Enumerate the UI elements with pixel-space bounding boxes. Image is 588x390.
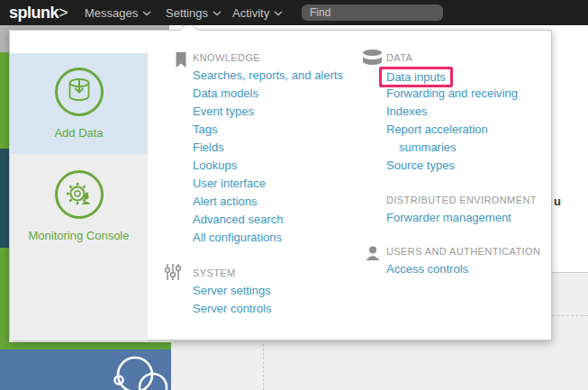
chevron-down-icon — [142, 11, 151, 16]
link-all-configurations[interactable]: All configurations — [193, 231, 282, 244]
splunk-logo-text: splunk — [9, 4, 59, 22]
topbar-menu-activity[interactable]: Activity — [232, 0, 283, 25]
list-item: Alert actions — [193, 193, 343, 211]
link-event-types[interactable]: Event types — [193, 104, 254, 118]
link-forwarder-management[interactable]: Forwarder management — [386, 211, 511, 224]
monitoring-console-icon — [53, 168, 105, 221]
background-dashed-line-vertical — [263, 344, 264, 390]
list-item: Source types — [386, 157, 535, 175]
list-item: Access controls — [386, 260, 468, 278]
splunk-logo-caret: > — [59, 4, 68, 22]
link-data-inputs[interactable]: Data inputs — [386, 70, 446, 84]
topbar-menu-settings[interactable]: Settings — [166, 0, 222, 25]
list-item: Tags — [193, 121, 343, 139]
system-section-header: SYSTEM — [193, 266, 236, 280]
list-item: Data models — [193, 85, 343, 103]
link-data-models[interactable]: Data models — [193, 86, 258, 100]
background-truncated-text: u — [554, 195, 561, 208]
link-user-interface[interactable]: User interface — [193, 177, 266, 190]
list-item: Advanced search — [193, 211, 343, 229]
list-item: Lookups — [193, 157, 343, 175]
monitoring-console-tile[interactable]: Monitoring Console — [10, 156, 148, 257]
background-left-edge-green2 — [0, 248, 9, 347]
link-indexes[interactable]: Indexes — [386, 104, 428, 118]
circles-illustration-icon — [101, 355, 171, 390]
monitoring-console-label: Monitoring Console — [28, 229, 129, 242]
menu-activity-label: Activity — [232, 6, 269, 20]
data-links-list: Data inputs Forwarding and receiving Ind… — [386, 67, 535, 175]
database-icon — [362, 49, 383, 67]
list-item: Fields — [193, 139, 343, 157]
user-icon — [365, 245, 381, 261]
system-links-list: Server settings Server controls — [193, 282, 271, 318]
list-item: Event types — [193, 103, 343, 121]
users-links-list: Access controls — [386, 260, 468, 278]
link-fields[interactable]: Fields — [193, 141, 224, 154]
knowledge-links-list: Searches, reports, and alerts Data model… — [193, 67, 343, 247]
chevron-down-icon — [274, 11, 283, 16]
bookmark-icon — [175, 51, 187, 68]
background-left-edge-green — [0, 52, 9, 149]
splunk-app-window: u splunk> Messages Settings Activity — [0, 0, 588, 390]
link-advanced-search[interactable]: Advanced search — [193, 213, 283, 226]
list-item: Data inputs — [386, 67, 535, 85]
users-section-header: USERS AND AUTHENTICATION — [386, 244, 540, 258]
list-item: Forwarder management — [386, 209, 511, 227]
link-forwarding-receiving[interactable]: Forwarding and receiving — [386, 86, 518, 100]
add-data-icon — [53, 66, 105, 118]
list-item: All configurations — [193, 229, 343, 247]
menu-messages-label: Messages — [85, 6, 138, 20]
link-tags[interactable]: Tags — [193, 122, 217, 136]
background-left-edge-gray — [0, 25, 9, 52]
link-access-controls[interactable]: Access controls — [386, 262, 468, 276]
link-searches-reports-alerts[interactable]: Searches, reports, and alerts — [193, 68, 343, 82]
link-server-controls[interactable]: Server controls — [193, 302, 271, 315]
distributed-section-header: DISTRIBUTED ENVIRONMENT — [386, 193, 537, 207]
sliders-icon — [164, 263, 182, 281]
link-report-acceleration-summaries[interactable]: Report acceleration summaries — [386, 122, 488, 154]
add-data-label: Add Data — [54, 126, 103, 140]
link-lookups[interactable]: Lookups — [193, 159, 237, 172]
chevron-down-icon — [213, 11, 222, 16]
background-bottom-area — [171, 340, 588, 390]
settings-dropdown-panel: Add Data — [9, 30, 552, 340]
menu-settings-label: Settings — [166, 6, 208, 20]
background-right-area — [552, 272, 588, 390]
list-item: User interface — [193, 175, 343, 193]
link-source-types[interactable]: Source types — [386, 159, 455, 172]
list-item: Forwarding and receiving — [386, 85, 535, 103]
data-section-header: DATA — [386, 50, 412, 65]
find-input[interactable] — [302, 5, 443, 21]
list-item: Report acceleration summaries — [386, 121, 535, 157]
background-dashed-line-horizontal — [552, 315, 588, 316]
list-item: Server settings — [193, 282, 271, 300]
link-alert-actions[interactable]: Alert actions — [193, 195, 258, 208]
settings-tiles-column: Add Data — [10, 53, 148, 340]
background-illustration-block — [0, 349, 171, 390]
list-item: Server controls — [193, 300, 271, 318]
distributed-links-list: Forwarder management — [386, 209, 511, 227]
knowledge-section-header: KNOWLEDGE — [193, 50, 260, 65]
top-app-bar: splunk> Messages Settings Activity — [0, 0, 588, 25]
background-left-edge-teal — [0, 149, 9, 248]
topbar-menu-messages[interactable]: Messages — [85, 0, 151, 25]
list-item: Searches, reports, and alerts — [193, 67, 343, 85]
splunk-logo[interactable]: splunk> — [9, 4, 68, 23]
add-data-tile[interactable]: Add Data — [10, 53, 148, 154]
data-inputs-highlight: Data inputs — [379, 67, 453, 87]
background-green-bar — [0, 342, 171, 349]
list-item: Indexes — [386, 103, 535, 121]
link-server-settings[interactable]: Server settings — [193, 284, 271, 297]
